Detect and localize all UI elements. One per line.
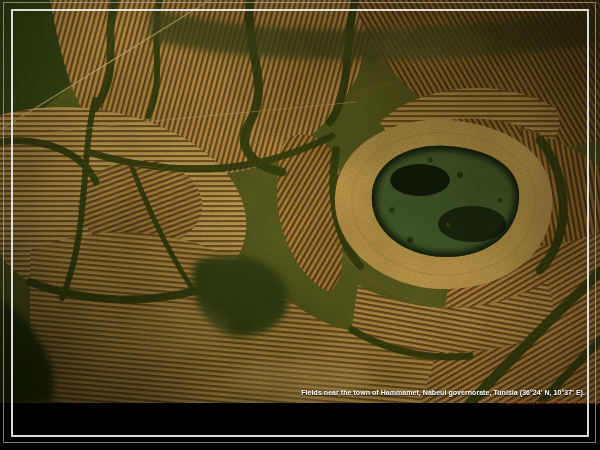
photo-credit-url: http://www.yannarthusbertrand.org (501, 399, 599, 405)
desktop-wallpaper: Fields near the town of Hammamet, Nabeul… (0, 0, 600, 450)
aerial-photo-illustration (0, 0, 600, 403)
corner-shade-bl (0, 0, 600, 403)
photo-caption: Fields near the town of Hammamet, Nabeul… (301, 389, 585, 396)
aerial-photo-fields (0, 0, 600, 403)
